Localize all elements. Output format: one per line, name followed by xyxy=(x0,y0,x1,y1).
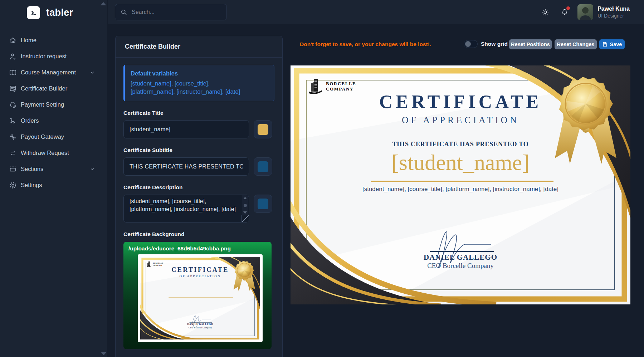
signer-name: DANIEL GALLEGO xyxy=(291,253,630,262)
sidebar: tabler Home Instructor request Course Ma… xyxy=(0,0,107,357)
sidebar-item-certificate-builder[interactable]: Certificate Builder xyxy=(0,80,107,97)
title-color-picker[interactable] xyxy=(254,120,272,138)
moneybag-icon xyxy=(9,101,17,109)
sidebar-item-payment-setting[interactable]: Payment Setting xyxy=(0,97,107,113)
unsaved-changes-warning: Don't forget to save, or your changes wi… xyxy=(300,41,431,48)
default-variables-title: Default variables xyxy=(131,70,268,77)
user-menu[interactable]: Paweł Kuna UI Designer xyxy=(577,4,630,20)
chevron-down-icon xyxy=(90,167,95,172)
sidebar-nav: Home Instructor request Course Managemen… xyxy=(0,32,107,193)
save-button[interactable]: Save xyxy=(599,39,625,49)
certificate-title-text: CERTIFICATE xyxy=(291,91,630,112)
avatar xyxy=(577,4,593,20)
book-icon xyxy=(9,68,17,77)
arrows-exchange-icon xyxy=(9,149,17,157)
certificate-canvas[interactable]: BORCELLE COMPANY CERTIFICATE OF APPRECIA… xyxy=(291,65,630,304)
background-file-path: /uploads/educore_68d6b5d49cbba.png xyxy=(128,245,272,252)
certificate-background-card[interactable]: /uploads/educore_68d6b5d49cbba.png xyxy=(123,242,272,349)
background-thumbnail[interactable]: BORCELLE COMPANY CERTIFICATE OF APPRECIA… xyxy=(138,254,263,342)
default-variables-text: [student_name], [course_title], [platfor… xyxy=(131,79,249,96)
sidebar-item-label: Orders xyxy=(21,117,39,124)
brand[interactable]: tabler xyxy=(0,0,107,19)
sidebar-item-label: Certificate Builder xyxy=(21,85,67,92)
gear-icon xyxy=(9,181,17,190)
certificate-background-label: Certificate Background xyxy=(123,231,274,238)
sidebar-item-label: Course Management xyxy=(21,69,76,76)
reset-positions-button[interactable]: Reset Positions xyxy=(509,39,552,49)
turbine-icon xyxy=(9,133,17,141)
topbar: Paweł Kuna UI Designer xyxy=(108,0,644,24)
panel-title: Certificate Builder xyxy=(125,43,180,50)
presented-to-text[interactable]: THIS CERTIFICATE HAS PRESENTED TO xyxy=(291,141,630,148)
sidebar-item-label: Sections xyxy=(21,166,43,172)
title-color-swatch xyxy=(258,124,268,135)
sidebar-item-course-management[interactable]: Course Management xyxy=(0,64,107,80)
signer-name: DANIEL GALLEGO xyxy=(140,323,260,326)
sun-icon xyxy=(541,8,549,16)
textarea-resize-handle[interactable] xyxy=(241,215,249,222)
sidebar-item-withdraw-request[interactable]: Withdraw Request xyxy=(0,145,107,161)
sidebar-item-label: Payment Setting xyxy=(21,101,64,108)
certificate-title-text: CERTIFICATE xyxy=(140,266,260,273)
toggle-knob xyxy=(465,41,471,47)
certificate-subtitle-text: OF APPRECIATION xyxy=(291,115,630,126)
certificate-thumbnail: BORCELLE COMPANY CERTIFICATE OF APPRECIA… xyxy=(140,257,260,339)
search-input[interactable] xyxy=(132,9,221,15)
sidebar-item-orders[interactable]: Orders xyxy=(0,113,107,129)
sidebar-item-label: Withdraw Request xyxy=(21,150,69,156)
theme-toggle-button[interactable] xyxy=(539,6,552,19)
sidebar-scroll-down-icon[interactable] xyxy=(101,352,107,355)
brand-name: tabler xyxy=(46,7,73,18)
description-color-picker[interactable] xyxy=(254,195,272,213)
certificate-preview: BORCELLE COMPANY CERTIFICATE OF APPRECIA… xyxy=(291,65,630,304)
home-icon xyxy=(9,36,17,45)
sidebar-item-payout-gateway[interactable]: Payout Gateway xyxy=(0,129,107,145)
show-grid-toggle[interactable] xyxy=(464,40,478,48)
recipient-name-text[interactable]: [student_name] xyxy=(291,150,630,175)
panel-body: Default variables [student_name], [cours… xyxy=(116,58,282,356)
subtitle-color-picker[interactable] xyxy=(254,157,272,176)
scroll-down-icon[interactable] xyxy=(243,211,247,214)
certificate-subtitle-input[interactable] xyxy=(123,157,249,176)
section-icon xyxy=(9,165,17,173)
search-box xyxy=(115,4,227,20)
topbar-actions: Paweł Kuna UI Designer xyxy=(539,0,630,24)
sidebar-item-instructor-request[interactable]: Instructor request xyxy=(0,48,107,64)
sidebar-item-home[interactable]: Home xyxy=(0,32,107,48)
company-name: BORCELLE COMPANY xyxy=(326,81,356,92)
sidebar-item-settings[interactable]: Settings xyxy=(0,177,107,193)
reset-changes-button[interactable]: Reset Changes xyxy=(555,39,597,49)
scroll-thumb[interactable] xyxy=(244,204,247,207)
sidebar-item-label: Settings xyxy=(21,182,42,189)
default-variables-box: Default variables [student_name], [cours… xyxy=(123,65,274,101)
certificate-description-input[interactable]: [student_name], [course_title], [platfor… xyxy=(123,195,249,222)
user-name: Paweł Kuna xyxy=(597,5,630,13)
certificate-icon xyxy=(9,84,17,93)
description-color-swatch xyxy=(258,199,268,209)
certificate-title-label: Certificate Title xyxy=(123,110,274,116)
user-check-icon xyxy=(9,52,17,61)
scroll-up-icon[interactable] xyxy=(243,197,247,199)
certificate-subtitle-text: OF APPRECIATION xyxy=(140,274,260,278)
certificate-description-label: Certificate Description xyxy=(123,184,274,191)
sidebar-item-label: Instructor request xyxy=(21,53,67,60)
user-meta: Paweł Kuna UI Designer xyxy=(597,5,630,19)
notifications-button[interactable] xyxy=(558,6,571,19)
sidebar-scroll-up-icon[interactable] xyxy=(101,2,106,5)
signer-role: CEO Borcelle Company xyxy=(140,326,260,329)
user-role: UI Designer xyxy=(597,13,630,19)
sidebar-item-label: Home xyxy=(21,37,36,44)
app-root: tabler Home Instructor request Course Ma… xyxy=(0,0,644,357)
textarea-scrollbar[interactable] xyxy=(242,195,248,215)
company-name: BORCELLE COMPANY xyxy=(152,262,163,266)
certificate-builder-panel: Certificate Builder Default variables [s… xyxy=(115,36,283,357)
variables-line-text[interactable]: [student_name], [course_title], [platfor… xyxy=(291,186,630,193)
chevron-down-icon xyxy=(90,70,95,75)
certificate-subtitle-label: Certificate Subtitle xyxy=(123,147,274,153)
certificate-title-input[interactable] xyxy=(123,120,249,138)
notification-badge xyxy=(566,6,570,10)
signer-role: CEO Borcelle Company xyxy=(291,262,630,270)
sidebar-item-sections[interactable]: Sections xyxy=(0,161,107,177)
sidebar-item-label: Payout Gateway xyxy=(21,133,64,140)
tabler-logo-icon xyxy=(27,6,40,19)
